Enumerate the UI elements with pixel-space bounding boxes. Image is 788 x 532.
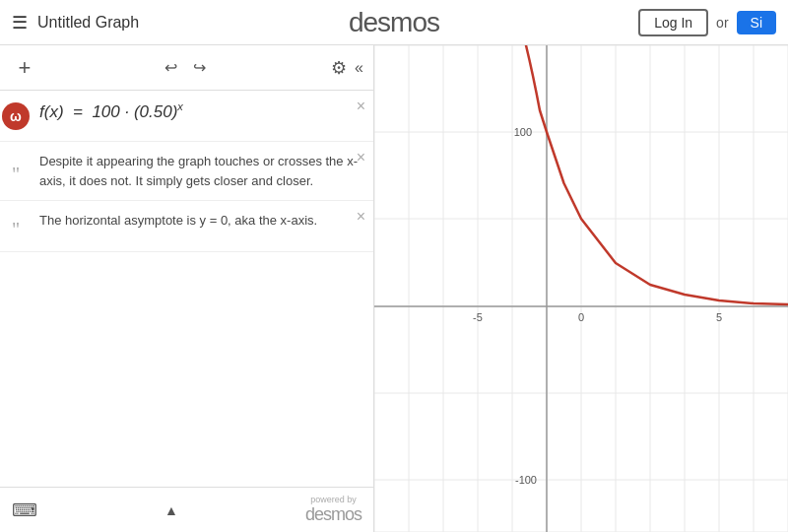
x-label-5: 5 xyxy=(716,311,722,323)
expression-content-3[interactable]: The horizontal asymptote is y = 0, aka t… xyxy=(32,201,373,251)
function-icon: ω xyxy=(2,102,30,130)
desmos-logo-bottom: desmos xyxy=(305,504,361,524)
main-content: + ↩ ↪ ⚙ « ω f(x) = 100 · (0.50)x xyxy=(0,45,788,532)
topbar-right: Log In or Si xyxy=(638,9,776,36)
powered-by-section: powered by desmos xyxy=(305,495,361,525)
keyboard-button[interactable]: ⌨ xyxy=(12,499,37,521)
expression-toolbar: + ↩ ↪ ⚙ « xyxy=(0,45,373,91)
expression-quote-2: " xyxy=(0,142,32,200)
desmos-logo: desmos xyxy=(349,7,439,38)
note-text-1: Despite it appearing the graph touches o… xyxy=(39,152,365,190)
add-expression-button[interactable]: + xyxy=(10,55,39,81)
expression-close-1[interactable]: × xyxy=(357,99,365,114)
expression-item-3: " The horizontal asymptote is y = 0, aka… xyxy=(0,201,373,252)
expression-item-2: " Despite it appearing the graph touches… xyxy=(0,142,373,201)
expression-content-1[interactable]: f(x) = 100 · (0.50)x xyxy=(32,91,373,141)
settings-button[interactable]: ⚙ xyxy=(331,57,347,79)
x-label-neg5: -5 xyxy=(473,311,483,323)
left-panel: + ↩ ↪ ⚙ « ω f(x) = 100 · (0.50)x xyxy=(0,45,374,532)
or-text: or xyxy=(716,15,728,31)
graph-area: -5 0 5 100 -100 xyxy=(374,45,788,532)
note-text-2: The horizontal asymptote is y = 0, aka t… xyxy=(39,211,365,231)
arrow-button[interactable]: ▲ xyxy=(164,502,178,518)
redo-button[interactable]: ↪ xyxy=(189,56,210,79)
undo-button[interactable]: ↩ xyxy=(161,56,181,79)
expression-math: f(x) = 100 · (0.50)x xyxy=(39,100,365,122)
graph-svg: -5 0 5 100 -100 xyxy=(374,45,788,532)
expression-list: ω f(x) = 100 · (0.50)x × " Despite it ap… xyxy=(0,91,373,487)
collapse-button[interactable]: « xyxy=(355,59,363,77)
y-label-neg100: -100 xyxy=(515,474,537,486)
expression-close-3[interactable]: × xyxy=(357,209,365,225)
signup-button[interactable]: Si xyxy=(737,11,776,34)
top-bar: ☰ Untitled Graph desmos Log In or Si xyxy=(0,0,788,45)
expression-icon-1[interactable]: ω xyxy=(0,91,32,141)
expression-content-2[interactable]: Despite it appearing the graph touches o… xyxy=(32,142,373,200)
expression-item-1: ω f(x) = 100 · (0.50)x × xyxy=(0,91,373,142)
powered-by-text: powered by xyxy=(305,495,361,504)
y-label-100: 100 xyxy=(514,126,532,138)
left-bottom-bar: ⌨ ▲ powered by desmos xyxy=(0,487,373,532)
login-button[interactable]: Log In xyxy=(638,9,708,36)
expression-close-2[interactable]: × xyxy=(357,150,365,166)
app-title: Untitled Graph xyxy=(37,14,628,32)
x-label-0: 0 xyxy=(578,311,584,323)
hamburger-menu[interactable]: ☰ xyxy=(12,12,28,33)
expression-quote-3: " xyxy=(0,201,32,251)
